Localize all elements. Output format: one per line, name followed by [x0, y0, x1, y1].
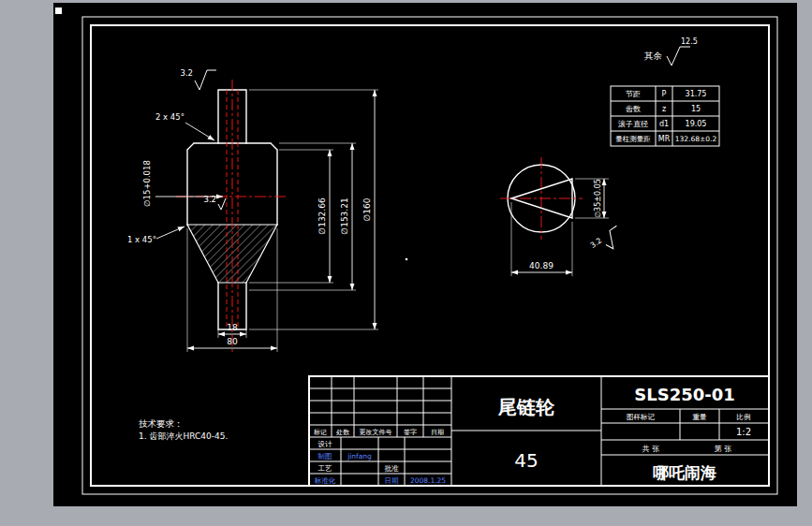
sprocket-parameter-table: 节距 P 31.75 齿数 z 15 滚子直径 d1 19.05 量柱测量距 M… [611, 86, 719, 146]
roughness-bore-value: 3.2 [203, 195, 216, 204]
stray-point-blip [406, 258, 408, 261]
param-row-value: 15 [691, 105, 701, 113]
chamfer-top-text: 2 x 45° [155, 112, 185, 122]
viewport-corner-marker [55, 7, 62, 14]
sheet-total: 共 张 [642, 445, 660, 453]
dim-text-hub-length: 80 [227, 337, 238, 346]
sig-design-label: 设计 [318, 440, 333, 448]
weight-label: 重量 [693, 413, 708, 421]
tech-req-title: 技术要求： [139, 418, 184, 429]
sig-date-label: 日期 [385, 476, 399, 485]
tech-req-item: 1. 齿部淬火HRC40-45. [139, 431, 228, 441]
stamp-label: 图样标记 [627, 413, 656, 421]
dim-text-rim-width: 18 [227, 323, 238, 332]
param-row-symbol: d1 [659, 120, 669, 128]
param-row-name: 滚子直径 [618, 120, 648, 128]
param-row-name: 节距 [626, 90, 641, 98]
chamfer-bottom-text: 1 x 45° [127, 235, 156, 244]
dim-text-cone-length: 40.89 [529, 261, 554, 270]
rev-header-count: 处数 [336, 429, 350, 436]
dim-text-outer-dia: ∅160 [362, 197, 372, 221]
sig-draft-name: jinfang [347, 452, 372, 460]
scale-label: 比例 [737, 413, 751, 421]
sig-date-value: 2008.1.25 [410, 476, 446, 485]
param-row-symbol: z [662, 105, 666, 113]
param-row-symbol: P [662, 90, 667, 98]
rev-header-date: 日期 [431, 429, 444, 436]
part-name: 尾链轮 [497, 396, 555, 418]
roughness-top-value: 3.2 [180, 68, 193, 78]
drawing-number: SLS250-01 [634, 385, 735, 404]
rev-header-sign: 签字 [404, 429, 417, 436]
sig-approve-label: 批准 [385, 464, 400, 473]
surface-note-value: 12.5 [681, 37, 698, 46]
dim-text-root-dia: ∅132.66 [317, 197, 327, 235]
surface-note-label: 其余 [644, 51, 663, 61]
rev-header-doc: 更改文件号 [360, 428, 392, 436]
rev-header-mark: 标记 [313, 429, 327, 436]
dim-text-pitch-dia: ∅153.21 [340, 197, 349, 234]
param-row-value: 31.75 [686, 90, 707, 98]
param-row-name: 齿数 [626, 105, 641, 113]
dim-text-cone-dia: ∅35±0.05 [594, 179, 602, 218]
sig-draft-label: 制图 [317, 452, 332, 460]
param-row-name: 量柱测量距 [615, 135, 651, 143]
dim-text-bore: ∅15+0.018 [142, 160, 152, 207]
company-name: 哪吒闹海 [653, 463, 716, 482]
scale-value: 1:2 [736, 427, 751, 437]
param-row-symbol: MR [658, 135, 671, 143]
cad-canvas[interactable]: 其余 12.5 节距 P 31.75 齿数 z 15 滚子直径 d1 19.05… [0, 0, 812, 526]
sheet-number: 第 张 [715, 445, 732, 453]
param-row-value: 19.05 [686, 120, 707, 128]
param-row-value: 132.68±0.2 [675, 135, 717, 143]
material: 45 [514, 449, 538, 472]
sig-process-label: 工艺 [318, 464, 333, 473]
cad-viewport: 其余 12.5 节距 P 31.75 齿数 z 15 滚子直径 d1 19.05… [0, 0, 812, 526]
sig-standardize-label: 标准化 [314, 476, 336, 485]
